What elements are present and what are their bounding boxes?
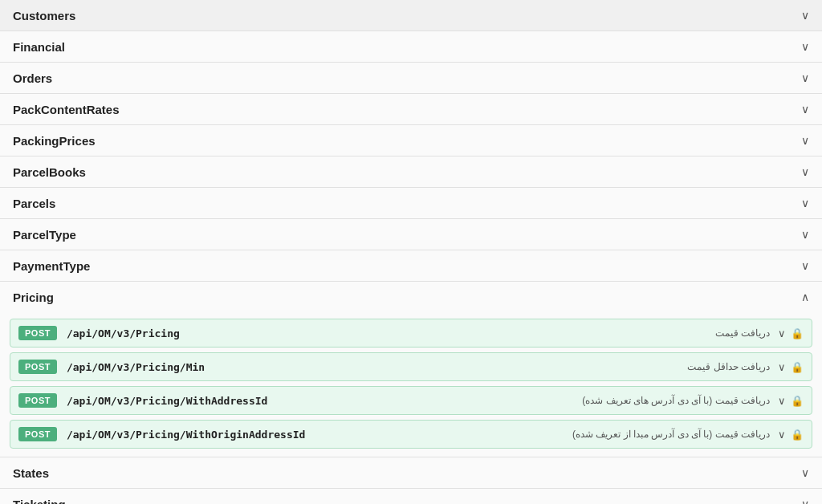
api-path-pricing-0: /api/OM/v3/Pricing	[67, 327, 180, 339]
lock-icon-pricing-2: 🔒	[791, 395, 804, 407]
api-row-actions-pricing-3: ∨🔒	[778, 429, 804, 441]
accordion-header-ticketing[interactable]: Ticketing∨	[0, 489, 822, 504]
accordion-title-financial: Financial	[13, 40, 65, 54]
accordion-header-pricing[interactable]: Pricing∧	[0, 282, 822, 312]
chevron-icon-payment-type: ∨	[801, 259, 809, 272]
accordion-header-customers[interactable]: Customers∨	[0, 0, 822, 30]
accordion-title-states: States	[13, 466, 49, 480]
accordion-title-pricing: Pricing	[13, 291, 54, 304]
accordion-header-financial[interactable]: Financial∨	[0, 31, 822, 62]
accordion-title-payment-type: PaymentType	[13, 259, 90, 273]
accordion-header-states[interactable]: States∨	[0, 457, 822, 488]
accordion-title-packing-prices: PackingPrices	[13, 134, 96, 148]
chevron-icon-orders: ∨	[801, 71, 809, 84]
chevron-icon-pricing: ∧	[801, 291, 809, 303]
api-row-pricing-2[interactable]: POST/api/OM/v3/Pricing/WithAddressIdدریا…	[10, 386, 812, 415]
accordion-title-parcel-type: ParcelType	[13, 228, 76, 242]
accordion-header-parcels[interactable]: Parcels∨	[0, 188, 822, 218]
method-badge-pricing-0: POST	[18, 326, 57, 340]
method-badge-pricing-2: POST	[18, 393, 57, 408]
api-row-actions-pricing-0: ∨🔒	[778, 327, 804, 339]
lock-icon-pricing-3: 🔒	[791, 429, 804, 441]
api-desc-pricing-2: دریافت قیمت (با آی دی آدرس های تعریف شده…	[275, 395, 770, 406]
api-path-pricing-3: /api/OM/v3/Pricing/WithOriginAddressId	[67, 429, 305, 441]
api-row-chevron-pricing-1[interactable]: ∨	[778, 361, 786, 373]
accordion-item-financial: Financial∨	[0, 31, 822, 63]
accordion-item-ticketing: Ticketing∨	[0, 489, 822, 504]
chevron-icon-customers: ∨	[801, 9, 809, 22]
chevron-icon-parcel-type: ∨	[801, 228, 809, 241]
accordion-header-orders[interactable]: Orders∨	[0, 63, 822, 93]
api-path-pricing-1: /api/OM/v3/Pricing/Min	[67, 361, 205, 373]
api-desc-pricing-3: دریافت قیمت (با آی دی آدرس مبدا از تعریف…	[313, 429, 770, 440]
chevron-icon-ticketing: ∨	[801, 498, 809, 504]
api-row-actions-pricing-2: ∨🔒	[778, 395, 804, 407]
accordion-item-packing-prices: PackingPrices∨	[0, 125, 822, 156]
accordion-header-parcel-type[interactable]: ParcelType∨	[0, 219, 822, 250]
lock-icon-pricing-0: 🔒	[791, 327, 804, 339]
api-desc-pricing-1: دریافت حداقل قیمت	[213, 361, 770, 372]
api-row-pricing-1[interactable]: POST/api/OM/v3/Pricing/Minدریافت حداقل ق…	[10, 352, 812, 381]
api-row-pricing-3[interactable]: POST/api/OM/v3/Pricing/WithOriginAddress…	[10, 420, 812, 449]
accordion-title-customers: Customers	[13, 9, 75, 22]
accordion-title-parcels: Parcels	[13, 197, 55, 210]
api-row-pricing-0[interactable]: POST/api/OM/v3/Pricingدریافت قیمت∨🔒	[10, 319, 812, 348]
accordion-header-parcel-books[interactable]: ParcelBooks∨	[0, 156, 822, 187]
api-row-chevron-pricing-0[interactable]: ∨	[778, 327, 786, 339]
accordion-title-pack-content-rates: PackContentRates	[13, 103, 120, 116]
accordion-item-parcel-type: ParcelType∨	[0, 219, 822, 250]
chevron-icon-financial: ∨	[801, 40, 809, 53]
method-badge-pricing-3: POST	[18, 427, 57, 441]
api-row-chevron-pricing-2[interactable]: ∨	[778, 395, 786, 407]
chevron-icon-pack-content-rates: ∨	[801, 103, 809, 116]
accordion-header-payment-type[interactable]: PaymentType∨	[0, 250, 822, 281]
chevron-icon-parcels: ∨	[801, 197, 809, 209]
accordion-item-parcel-books: ParcelBooks∨	[0, 156, 822, 188]
accordion-item-customers: Customers∨	[0, 0, 822, 31]
lock-icon-pricing-1: 🔒	[791, 361, 804, 373]
accordion-item-pricing: Pricing∧POST/api/OM/v3/Pricingدریافت قیم…	[0, 282, 822, 457]
api-row-actions-pricing-1: ∨🔒	[778, 361, 804, 373]
chevron-icon-parcel-books: ∨	[801, 165, 809, 178]
accordion-header-packing-prices[interactable]: PackingPrices∨	[0, 125, 822, 156]
api-row-chevron-pricing-3[interactable]: ∨	[778, 429, 786, 441]
chevron-icon-packing-prices: ∨	[801, 134, 809, 147]
api-desc-pricing-0: دریافت قیمت	[188, 327, 770, 339]
accordion-item-payment-type: PaymentType∨	[0, 250, 822, 282]
accordion-item-states: States∨	[0, 457, 822, 489]
api-path-pricing-2: /api/OM/v3/Pricing/WithAddressId	[67, 395, 267, 407]
accordion-title-orders: Orders	[13, 71, 52, 85]
accordion-body-pricing: POST/api/OM/v3/Pricingدریافت قیمت∨🔒POST/…	[0, 312, 822, 457]
accordion-header-pack-content-rates[interactable]: PackContentRates∨	[0, 94, 822, 124]
accordion-item-pack-content-rates: PackContentRates∨	[0, 94, 822, 125]
accordion-title-ticketing: Ticketing	[13, 498, 66, 505]
accordion-item-orders: Orders∨	[0, 63, 822, 94]
accordion-item-parcels: Parcels∨	[0, 188, 822, 219]
chevron-icon-states: ∨	[801, 466, 809, 479]
accordion-title-parcel-books: ParcelBooks	[13, 165, 86, 179]
method-badge-pricing-1: POST	[18, 360, 57, 374]
accordion-container: Customers∨Financial∨Orders∨PackContentRa…	[0, 0, 822, 504]
